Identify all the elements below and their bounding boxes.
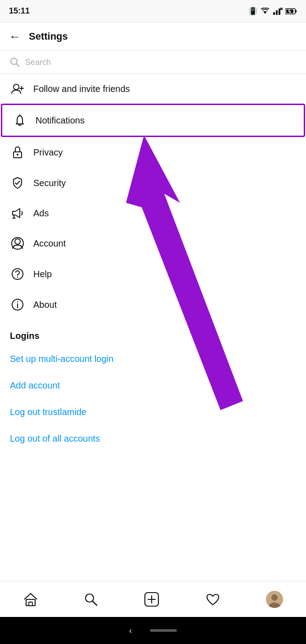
status-time: 15:11: [9, 6, 30, 16]
svg-rect-3: [279, 9, 280, 15]
follow-label: Follow and invite friends: [33, 84, 130, 94]
logout-user-link[interactable]: Log out trustlamide: [0, 399, 306, 425]
megaphone-icon: [10, 207, 25, 219]
add-account-link[interactable]: Add account: [0, 372, 306, 399]
home-indicator: [150, 629, 177, 632]
home-icon: [23, 592, 38, 607]
search-placeholder: Search: [25, 58, 51, 67]
profile-avatar: [266, 591, 283, 608]
sidebar-item-notifications[interactable]: Notifications: [1, 104, 305, 137]
about-label: About: [33, 300, 57, 310]
svg-point-25: [17, 277, 18, 278]
system-navigation-bar: ‹: [0, 617, 306, 644]
svg-line-33: [93, 601, 97, 605]
sidebar-item-about[interactable]: About: [0, 289, 306, 320]
nav-heart[interactable]: [202, 589, 224, 610]
svg-line-13: [16, 64, 19, 66]
svg-marker-0: [263, 11, 267, 14]
search-bar[interactable]: Search: [0, 51, 306, 74]
wifi-icon: [260, 8, 270, 15]
security-label: Security: [33, 178, 66, 188]
svg-point-19: [17, 154, 18, 155]
svg-point-28: [17, 301, 18, 302]
nav-add[interactable]: [140, 588, 163, 611]
signal-icon: [273, 8, 283, 15]
shield-icon: [10, 177, 25, 189]
notifications-label: Notifications: [36, 115, 85, 126]
svg-point-14: [14, 84, 19, 90]
vibrate-icon: 📳: [248, 7, 257, 15]
heart-icon: [205, 592, 220, 607]
battery-icon: [285, 8, 297, 15]
sidebar-item-security[interactable]: Security: [0, 168, 306, 198]
logins-section-header: Logins: [0, 320, 306, 346]
nav-home[interactable]: [19, 589, 42, 610]
sidebar-item-privacy[interactable]: Privacy: [0, 137, 306, 168]
lock-icon: [10, 146, 25, 159]
multi-account-login-link[interactable]: Set up multi-account login: [0, 346, 306, 372]
search-nav-icon: [84, 592, 98, 607]
svg-rect-2: [276, 10, 278, 15]
nav-profile[interactable]: [262, 587, 287, 612]
status-bar: 15:11 📳: [0, 0, 306, 23]
svg-rect-7: [295, 10, 297, 13]
header: ← Settings: [0, 23, 306, 51]
logout-all-link[interactable]: Log out of all accounts: [0, 425, 306, 452]
follow-icon: [10, 83, 25, 95]
svg-point-22: [15, 239, 20, 244]
account-label: Account: [33, 238, 66, 249]
svg-rect-30: [26, 599, 35, 606]
status-icons: 📳: [248, 7, 297, 15]
add-icon: [144, 592, 159, 607]
back-system-icon[interactable]: ‹: [129, 626, 132, 635]
back-button[interactable]: ←: [9, 31, 21, 42]
page-title: Settings: [29, 31, 68, 42]
bottom-navigation: [0, 581, 306, 617]
person-icon: [10, 237, 25, 250]
ads-label: Ads: [33, 208, 49, 219]
sidebar-item-account[interactable]: Account: [0, 228, 306, 259]
svg-rect-31: [29, 602, 32, 606]
sidebar-item-follow[interactable]: Follow and invite friends: [0, 74, 306, 104]
sidebar-item-ads[interactable]: Ads: [0, 198, 306, 228]
search-icon: [10, 57, 20, 67]
svg-rect-1: [273, 12, 275, 15]
svg-point-24: [12, 269, 23, 279]
bell-icon: [12, 114, 27, 127]
help-icon: [10, 268, 25, 280]
info-icon: [10, 298, 25, 311]
help-label: Help: [33, 269, 52, 279]
privacy-label: Privacy: [33, 147, 63, 158]
sidebar-item-help[interactable]: Help: [0, 259, 306, 289]
svg-point-38: [271, 594, 278, 601]
nav-search[interactable]: [80, 589, 102, 610]
logins-section-title: Logins: [10, 331, 40, 341]
